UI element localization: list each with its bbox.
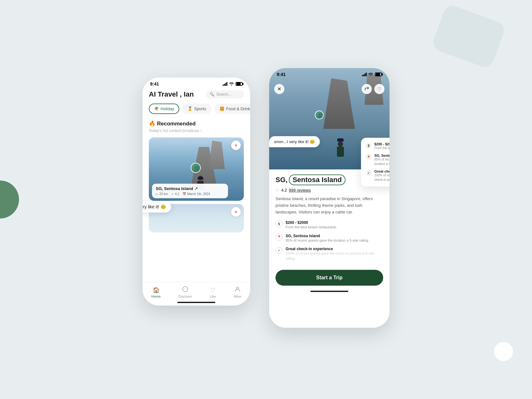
arrow-icon-1: ↗ xyxy=(194,186,198,191)
status-bar-1: 9:41 xyxy=(142,78,250,88)
status-bar-2-container: 9:41 xyxy=(269,68,390,78)
wifi-icon-1 xyxy=(229,82,234,86)
header-right-buttons: ♡ xyxy=(362,84,384,94)
phone-1: 9:41 xyxy=(142,78,250,306)
tab-sports[interactable]: 🏅 Sports xyxy=(182,104,211,114)
card-date: 📅 March 1th, 2024 xyxy=(182,192,210,196)
phones-container: 9:41 xyxy=(142,78,390,328)
price-icon: $ xyxy=(365,142,372,149)
battery-icon-2 xyxy=(375,73,382,76)
reviews-link[interactable]: 999 reviews xyxy=(289,188,311,193)
feature-price: $ $200 - $2000 From the best beach resta… xyxy=(276,220,383,230)
status-bar-2: 9:41 xyxy=(269,68,390,78)
app-title: AI Travel , Ian xyxy=(149,90,194,98)
tab-holiday[interactable]: 🌴 Holiday xyxy=(149,104,179,114)
nav-like[interactable]: ♡ Like xyxy=(210,287,216,298)
nav-discover[interactable]: Discover xyxy=(178,286,192,298)
card-location-1: SG, Sentosa Island ↗ xyxy=(156,186,224,191)
feature-location: 📍 SG, Sentosa Island 85% of recent guest… xyxy=(276,234,383,243)
close-button[interactable]: ✕ xyxy=(274,84,284,94)
nav-home-label: Home xyxy=(151,294,161,298)
battery-icon-1 xyxy=(236,82,243,86)
floating-info-card: $ $200 - $2000 From the best beach resta… xyxy=(361,138,390,187)
chat-bubble-1: emm...I very like it! 😊 xyxy=(142,201,171,212)
status-icons-2 xyxy=(362,73,382,77)
floating-info-location: 📍 SG, Sentosa Island 85% of recent guest… xyxy=(365,154,390,166)
phone-2: 👤 9:41 xyxy=(269,68,390,328)
bottom-nav: 🏠 Home Discover ♡ Like xyxy=(142,282,250,306)
card-info-overlay-1: SG, Sentosa Island ↗ ▷ 20 km ☆ 4.2 xyxy=(152,184,228,198)
floating-checkin-text: Great check-in experience 100% of recent… xyxy=(374,169,390,182)
location-icon: 📍 xyxy=(365,154,372,160)
decorative-circle-left xyxy=(0,180,19,218)
status-time-2: 9:41 xyxy=(277,72,286,77)
decorative-circle-right xyxy=(494,342,513,361)
home-icon: 🏠 xyxy=(153,287,160,294)
status-time-1: 9:41 xyxy=(150,81,159,86)
card-rating: ☆ 4.2 xyxy=(171,192,179,196)
tab-food-emoji: 🍔 xyxy=(219,106,225,111)
heart-button-1[interactable]: ♥ xyxy=(231,141,241,150)
rating-number: 4.2 xyxy=(281,188,287,193)
floating-location-text: SG, Sentosa Island 85% of recent guests … xyxy=(374,154,390,166)
status-icons-1 xyxy=(223,82,243,86)
mine-icon xyxy=(235,286,240,294)
feature-checkin-icon: ✓ xyxy=(276,247,282,254)
section-subtitle: Today's hot content broadcast！ xyxy=(149,128,244,134)
avatar-bubble-2: 👤 xyxy=(315,111,324,119)
nav-discover-label: Discover xyxy=(178,294,192,298)
feature-checkin-text: Great check-in experience 100% of recent… xyxy=(286,247,383,261)
start-trip-button[interactable]: Start a Trip xyxy=(276,270,383,286)
search-bar[interactable]: 🔍 Search... xyxy=(206,90,244,98)
decorative-shape-top-right xyxy=(431,3,506,69)
feature-price-icon: $ xyxy=(276,220,282,227)
rating-row: ☆ 4.2 999 reviews xyxy=(276,188,383,193)
heart-button-2[interactable]: ♥ xyxy=(231,207,241,217)
tab-sports-label: Sports xyxy=(194,106,206,111)
person-silhouette-2 xyxy=(337,138,344,157)
discover-icon xyxy=(182,286,188,294)
tab-food[interactable]: 🍔 Food & Drinks xyxy=(214,104,250,114)
nav-mine-label: Mine xyxy=(234,294,241,298)
search-icon: 🔍 xyxy=(210,92,214,97)
signal-bars-2 xyxy=(362,73,367,76)
nav-mine[interactable]: Mine xyxy=(234,286,241,298)
header-controls: ✕ ♡ xyxy=(269,81,390,97)
favorite-button[interactable]: ♡ xyxy=(374,84,384,94)
floating-info-price: $ $200 - $2000 From the best beach resta… xyxy=(365,142,390,150)
checkin-icon: ✓ xyxy=(365,170,372,176)
feature-location-text: SG, Sentosa Island 85% of recent guests … xyxy=(286,234,369,243)
home-indicator-2 xyxy=(310,291,348,292)
star-icon: ☆ xyxy=(276,188,279,193)
search-placeholder: Search... xyxy=(216,92,231,97)
tab-holiday-label: Holiday xyxy=(161,106,174,111)
nav-like-label: Like xyxy=(210,294,216,298)
destination-name: Sentosa Island xyxy=(289,174,345,185)
signal-bars-1 xyxy=(223,82,227,86)
chat-bubble-2: emm...I very like it! 😊 xyxy=(269,136,320,147)
nav-home[interactable]: 🏠 Home xyxy=(151,287,161,298)
like-icon: ♡ xyxy=(210,287,215,294)
card-distance: ▷ 20 km xyxy=(156,192,168,196)
category-tabs: 🌴 Holiday 🏅 Sports 🍔 Food & Drinks xyxy=(149,104,244,114)
card-meta-1: ▷ 20 km ☆ 4.2 📅 March 1th, 2024 xyxy=(156,192,224,196)
svg-point-0 xyxy=(183,287,188,292)
feature-list: $ $200 - $2000 From the best beach resta… xyxy=(276,220,383,261)
nav-indicator xyxy=(177,302,215,303)
app-header: AI Travel , Ian 🔍 Search... xyxy=(149,90,244,98)
wifi-icon-2 xyxy=(369,73,373,77)
floating-info-checkin: ✓ Great check-in experience 100% of rece… xyxy=(365,169,390,182)
floating-price-text: $200 - $2000 From the best beach restaur… xyxy=(374,142,390,150)
tab-sports-emoji: 🏅 xyxy=(187,106,193,111)
destination-description: Sentosa Island, a resort paradise in Sin… xyxy=(276,196,383,215)
destination-prefix: SG, xyxy=(276,176,288,184)
share-button[interactable] xyxy=(362,84,372,94)
section-title: 🔥 Recommended xyxy=(149,120,244,127)
avatar-bubble-1: 👤 xyxy=(191,163,201,173)
card-sentosa[interactable]: 👤 ♥ SG, Sentosa Island ↗ ▷ 20 km xyxy=(149,137,244,201)
feature-location-icon: 📍 xyxy=(276,234,282,241)
feature-checkin: ✓ Great check-in experience 100% of rece… xyxy=(276,247,383,261)
tab-food-label: Food & Drinks xyxy=(226,106,250,111)
feature-price-text: $200 - $2000 From the best beach restaur… xyxy=(286,220,337,230)
tab-holiday-emoji: 🌴 xyxy=(154,106,159,111)
